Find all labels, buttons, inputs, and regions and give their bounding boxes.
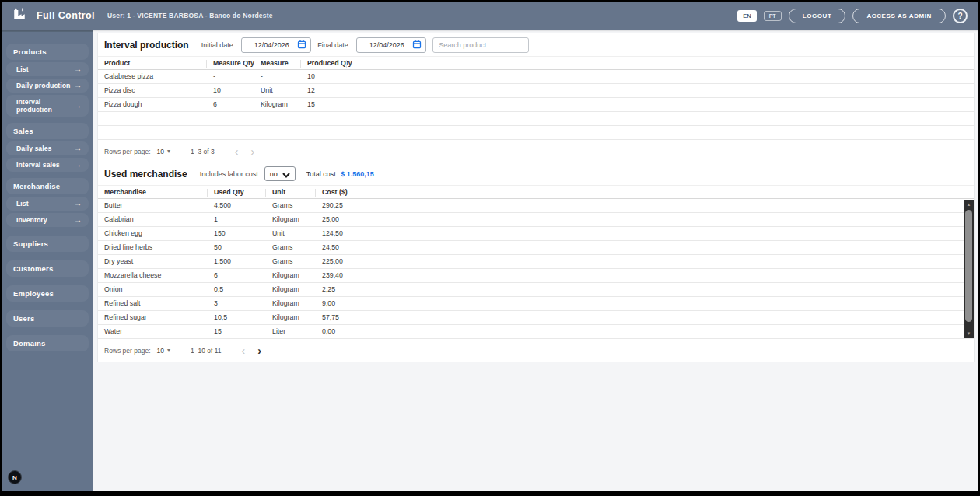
arrow-right-icon: →: [74, 162, 82, 168]
language-pt-button[interactable]: PT: [764, 11, 782, 21]
notification-badge[interactable]: N: [8, 470, 22, 484]
merchandise-controls: Used merchandise Includes labor cost no …: [98, 162, 974, 185]
sidebar-item-label: List: [16, 200, 29, 208]
table-cell: 24,50: [316, 241, 366, 254]
vertical-scrollbar[interactable]: ▲ ▼: [964, 200, 974, 338]
app-window: Full Control User: 1 - VICENTE BARBOSA -…: [0, 0, 980, 496]
sidebar-section-merchandise[interactable]: Merchandise: [6, 178, 89, 194]
column-header: Merchandise: [98, 186, 208, 198]
labor-cost-select[interactable]: no: [264, 166, 296, 181]
rows-per-page-label: Rows per page:: [104, 148, 151, 155]
arrow-right-icon: →: [74, 217, 82, 223]
table-cell: Grams: [266, 241, 316, 254]
table-cell: Butter: [98, 199, 208, 212]
labor-cost-label: Includes labor cost: [200, 170, 258, 178]
sidebar-item-daily-sales[interactable]: Daily sales →: [6, 141, 89, 155]
sidebar-section-sales[interactable]: Sales: [6, 123, 89, 139]
chevron-left-icon[interactable]: ‹: [235, 147, 239, 156]
table-cell-spacer: [366, 269, 974, 282]
table-cell: 10: [207, 84, 254, 97]
rows-per-page-select[interactable]: 10 ▾: [157, 148, 170, 155]
sidebar-item-daily-production[interactable]: Daily production →: [6, 79, 89, 93]
table-cell-spacer: [366, 241, 974, 254]
sidebar-item-interval-production[interactable]: Interval production →: [6, 95, 89, 117]
scrollbar-thumb[interactable]: [965, 210, 972, 322]
scroll-down-icon[interactable]: ▼: [964, 329, 974, 338]
rows-per-page-value: 10: [157, 148, 164, 155]
column-header: Unit: [266, 186, 316, 198]
table-cell: Kilogram: [266, 213, 316, 226]
column-header: Measure Qty: [207, 57, 254, 69]
table-cell: 57,75: [316, 311, 366, 324]
table-cell: 2,25: [316, 283, 366, 296]
table-row: Refined sugar10,5Kilogram57,75: [98, 311, 974, 325]
sidebar-item-domains[interactable]: Domains: [6, 335, 89, 351]
column-header-spacer: [366, 186, 974, 198]
column-header: Product: [98, 57, 207, 69]
table-cell: -: [207, 70, 254, 83]
production-table-header: ProductMeasure QtyMeasureProduced Qty: [98, 56, 974, 70]
chevron-left-icon[interactable]: ‹: [242, 346, 246, 355]
final-date-label: Final date:: [317, 41, 350, 49]
logout-button[interactable]: LOGOUT: [789, 9, 846, 23]
table-cell: 239,40: [316, 269, 366, 282]
arrow-right-icon: →: [74, 82, 82, 89]
table-row: Water15Liter0,00: [98, 325, 974, 339]
final-date-input[interactable]: 12/04/2026: [356, 37, 426, 53]
table-cell-spacer: [347, 84, 974, 97]
rows-per-page-select[interactable]: 10 ▾: [157, 347, 170, 355]
scroll-up-icon[interactable]: ▲: [964, 200, 974, 209]
chevron-right-icon[interactable]: ›: [257, 346, 261, 355]
column-header: Produced Qty: [301, 57, 347, 69]
sidebar-item-employees[interactable]: Employees: [6, 285, 89, 302]
table-row: Calabrese pizza--10: [98, 70, 974, 84]
table-row: Dried fine herbs50Grams24,50: [98, 241, 974, 255]
search-product-input[interactable]: [432, 37, 529, 53]
table-cell: Liter: [266, 325, 316, 338]
table-cell-spacer: [366, 325, 974, 338]
table-cell: Onion: [98, 283, 208, 296]
sidebar-item-products-list[interactable]: List →: [6, 62, 89, 76]
pagination-range: 1–10 of 11: [191, 347, 222, 355]
calendar-icon[interactable]: [412, 38, 422, 52]
column-header: Cost ($): [316, 186, 366, 198]
table-cell: 10: [301, 70, 347, 83]
table-row: Refined salt3Kilogram9,00: [98, 297, 974, 311]
table-cell: Kilogram: [266, 283, 316, 296]
calendar-icon[interactable]: [297, 38, 306, 52]
table-cell-spacer: [366, 283, 974, 296]
access-as-admin-button[interactable]: ACCESS AS ADMIN: [852, 9, 946, 23]
table-cell: 3: [208, 297, 266, 310]
table-cell-spacer: [366, 199, 974, 212]
sidebar-item-inventory[interactable]: Inventory →: [6, 213, 89, 227]
table-cell: 225,00: [316, 255, 366, 268]
table-cell: 0,00: [316, 325, 366, 338]
table-cell: 124,50: [316, 227, 366, 240]
arrow-right-icon: →: [74, 201, 82, 207]
labor-cost-value: no: [270, 170, 278, 178]
chevron-right-icon[interactable]: ›: [250, 147, 254, 156]
brand: Full Control: [11, 7, 95, 24]
table-cell: Refined salt: [98, 297, 208, 310]
top-bar: Full Control User: 1 - VICENTE BARBOSA -…: [2, 2, 978, 30]
sidebar-section-products[interactable]: Products: [6, 44, 89, 60]
initial-date-input[interactable]: 12/04/2026: [241, 37, 311, 53]
sidebar-item-customers[interactable]: Customers: [6, 260, 89, 277]
table-row: Dry yeast1.500Grams225,00: [98, 255, 974, 269]
help-icon[interactable]: ?: [953, 9, 968, 23]
table-cell: 12: [301, 84, 347, 97]
language-en-button[interactable]: EN: [737, 10, 756, 22]
table-cell: Pizza dough: [98, 98, 207, 111]
sidebar-item-users[interactable]: Users: [6, 310, 89, 327]
caret-down-icon: ▾: [167, 148, 170, 155]
caret-down-icon: ▾: [167, 347, 170, 354]
sidebar-item-interval-sales[interactable]: Interval sales →: [6, 158, 89, 172]
sidebar-item-merchandise-list[interactable]: List →: [6, 197, 89, 211]
table-cell: Pizza disc: [98, 84, 207, 97]
table-cell: 1: [208, 213, 266, 226]
sidebar-item-label: Interval sales: [16, 161, 60, 169]
sidebar-item-suppliers[interactable]: Suppliers: [6, 236, 89, 252]
table-cell: 9,00: [316, 297, 366, 310]
table-cell: 290,25: [316, 199, 366, 212]
sidebar-item-label: Inventory: [16, 216, 47, 224]
